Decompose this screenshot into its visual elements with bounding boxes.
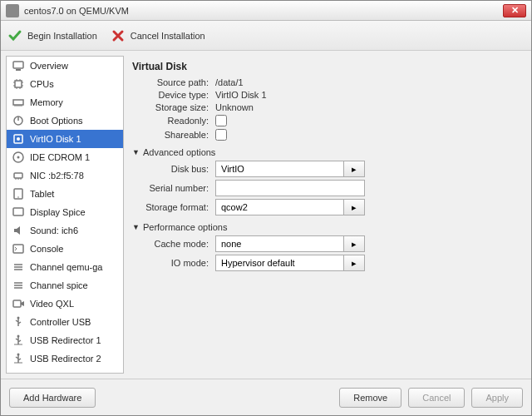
sidebar-item-label: NIC :b2:f5:78 [30,171,84,181]
begin-installation-button[interactable]: Begin Installation [7,28,97,43]
chevron-down-icon: ▼ [132,148,140,156]
disk-bus-combo: ▸ [215,161,365,177]
disk-bus-dropdown[interactable]: ▸ [343,161,365,177]
sidebar-item-label: Channel spice [30,280,88,290]
vm-settings-window: centos7.0 on QEMU/KVM ✕ Begin Installati… [0,0,532,416]
channel-icon [12,279,25,292]
storage-format-combo: ▸ [215,199,365,215]
main-body: OverviewCPUsMemoryBoot OptionsVirtIO Dis… [1,51,531,379]
sidebar-item-sound-ich6[interactable]: Sound: ich6 [7,221,123,240]
sidebar-item-usb-redirector-2[interactable]: USB Redirector 2 [7,349,123,368]
close-icon: ✕ [511,5,519,16]
storage-format-input[interactable] [215,199,343,215]
sidebar-item-label: Boot Options [30,116,83,126]
sidebar-item-channel-spice[interactable]: Channel spice [7,276,123,295]
sidebar-item-ide-cdrom-1[interactable]: IDE CDROM 1 [7,148,123,166]
sidebar-item-label: Sound: ich6 [30,225,78,235]
sound-icon [12,224,25,237]
cache-mode-row: Cache mode: ▸ [132,235,518,252]
device-type-value: VirtIO Disk 1 [215,90,267,100]
sidebar-item-display-spice[interactable]: Display Spice [7,203,123,221]
sidebar-item-nic-b2-f5-78[interactable]: NIC :b2:f5:78 [7,166,123,185]
svg-rect-14 [13,300,21,307]
advanced-toggle[interactable]: ▼ Advanced options [132,147,518,157]
cache-mode-input[interactable] [215,235,343,252]
serial-input[interactable] [215,180,365,196]
page-title: Virtual Disk [132,61,518,72]
sidebar-item-label: Memory [30,97,63,107]
storage-size-value: Unknown [215,102,254,112]
apply-button[interactable]: Apply [471,388,523,408]
sidebar-item-console[interactable]: Console [7,240,123,258]
sidebar-item-virtio-disk-1[interactable]: VirtIO Disk 1 [7,130,123,148]
disk-bus-input[interactable] [215,161,343,177]
titlebar: centos7.0 on QEMU/KVM ✕ [1,1,531,21]
serial-label: Serial number: [132,183,215,193]
shareable-checkbox[interactable] [215,129,227,141]
device-type-label: Device type: [132,90,215,100]
memory-icon [12,96,25,109]
readonly-label: Readonly: [132,116,215,126]
svg-rect-2 [15,81,22,87]
usbredir-icon [12,334,25,347]
sidebar-item-channel-qemu-ga[interactable]: Channel qemu-ga [7,258,123,276]
disk-bus-row: Disk bus: ▸ [132,161,518,177]
window-title: centos7.0 on QEMU/KVM [24,6,503,16]
shareable-row: Shareable: [132,129,518,141]
sidebar-item-tablet[interactable]: Tablet [7,185,123,203]
cache-mode-label: Cache mode: [132,239,215,249]
sidebar-item-boot-options[interactable]: Boot Options [7,111,123,130]
sidebar-item-memory[interactable]: Memory [7,93,123,111]
svg-rect-1 [16,69,21,71]
display-icon [12,206,25,219]
readonly-row: Readonly: [132,115,518,126]
io-mode-input[interactable] [215,255,343,271]
hardware-sidebar: OverviewCPUsMemoryBoot OptionsVirtIO Dis… [6,56,124,374]
console-icon [12,242,25,255]
serial-row: Serial number: [132,180,518,196]
disk-bus-label: Disk bus: [132,164,215,174]
sidebar-item-label: Overview [30,61,68,71]
storage-format-label: Storage format: [132,202,215,212]
storage-format-dropdown[interactable]: ▸ [343,199,365,215]
source-path-row: Source path: /data/1 [132,77,518,87]
svg-rect-9 [14,173,22,178]
add-hardware-button[interactable]: Add Hardware [9,388,96,408]
svg-point-6 [17,137,20,141]
sidebar-item-label: Channel qemu-ga [30,262,102,272]
nic-icon [12,169,25,182]
advanced-label: Advanced options [143,147,215,157]
tablet-icon [12,187,25,201]
cancel-installation-button[interactable]: Cancel Installation [111,28,205,43]
performance-section: ▼ Performance options Cache mode: ▸ IO m… [132,222,518,271]
sidebar-item-video-qxl[interactable]: Video QXL [7,295,123,313]
action-toolbar: Begin Installation Cancel Installation [1,21,531,51]
sidebar-item-label: Controller USB [30,317,91,327]
chevron-right-icon: ▸ [352,202,357,213]
sidebar-item-label: CPUs [30,79,54,89]
sidebar-item-label: Video QXL [30,299,74,309]
cache-mode-combo: ▸ [215,235,365,252]
sidebar-item-overview[interactable]: Overview [7,57,123,75]
sidebar-item-cpus[interactable]: CPUs [7,75,123,93]
svg-point-11 [17,196,19,198]
remove-button[interactable]: Remove [339,388,401,408]
channel-icon [12,260,25,274]
sidebar-item-usb-redirector-1[interactable]: USB Redirector 1 [7,331,123,349]
chevron-right-icon: ▸ [352,239,357,250]
monitor-icon [12,59,25,72]
svg-rect-13 [13,245,23,253]
readonly-checkbox[interactable] [215,115,227,126]
cancel-button[interactable]: Cancel [408,388,465,408]
cache-mode-dropdown[interactable]: ▸ [343,235,365,252]
performance-toggle[interactable]: ▼ Performance options [132,222,518,232]
chevron-right-icon: ▸ [352,164,357,175]
sidebar-item-label: VirtIO Disk 1 [30,134,81,144]
footer: Add Hardware Remove Cancel Apply [1,379,531,415]
details-panel: Virtual Disk Source path: /data/1 Device… [124,56,526,374]
sidebar-item-controller-usb[interactable]: Controller USB [7,313,123,331]
close-button[interactable]: ✕ [503,4,526,17]
boot-icon [12,114,25,127]
io-mode-dropdown[interactable]: ▸ [343,255,365,271]
usb-icon [12,315,25,329]
